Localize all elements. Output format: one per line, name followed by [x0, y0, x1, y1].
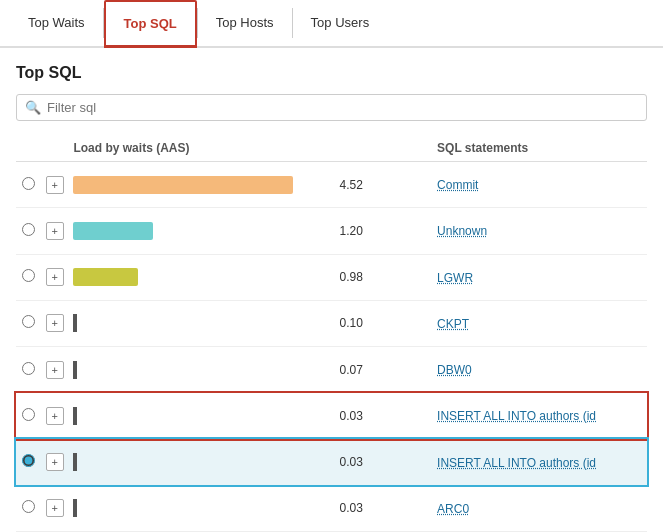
bar-wrapper: 0.98 [73, 268, 429, 286]
bar-value: 0.03 [339, 409, 375, 423]
bar-wrapper: 0.03 [73, 407, 429, 425]
thin-bar [73, 453, 77, 471]
bar-value: 1.20 [339, 224, 375, 238]
bar-fill [73, 268, 138, 286]
expand-button[interactable]: + [46, 222, 64, 240]
tab-bar: Top Waits Top SQL Top Hosts Top Users [0, 0, 663, 48]
sql-statement[interactable]: INSERT ALL INTO authors (id [437, 409, 596, 423]
table-row: +1.20Unknown [16, 208, 647, 254]
row-radio[interactable] [22, 362, 35, 375]
bar-background [73, 222, 333, 240]
bar-fill [73, 176, 293, 194]
table-row: +0.98LGWR [16, 254, 647, 300]
bar-background [73, 499, 333, 517]
table-row: +0.03ARC0 [16, 485, 647, 531]
expand-button[interactable]: + [46, 176, 64, 194]
col-header-radio [16, 135, 42, 162]
expand-button[interactable]: + [46, 453, 64, 471]
sql-statement[interactable]: Commit [437, 178, 478, 192]
bar-background [73, 268, 333, 286]
bar-wrapper: 0.10 [73, 314, 429, 332]
sql-table: Load by waits (AAS) SQL statements +4.52… [16, 135, 647, 532]
search-bar: 🔍 [16, 94, 647, 121]
table-row: +0.07DBW0 [16, 347, 647, 393]
bar-value: 0.03 [339, 501, 375, 515]
col-header-bar: Load by waits (AAS) [69, 135, 433, 162]
expand-button[interactable]: + [46, 407, 64, 425]
bar-wrapper: 4.52 [73, 176, 429, 194]
row-radio[interactable] [22, 223, 35, 236]
bar-value: 0.07 [339, 363, 375, 377]
thin-bar [73, 314, 77, 332]
expand-button[interactable]: + [46, 268, 64, 286]
main-content: Top SQL 🔍 Load by waits (AAS) SQL statem… [0, 48, 663, 532]
row-radio[interactable] [22, 408, 35, 421]
bar-background [73, 361, 333, 379]
search-icon: 🔍 [25, 100, 41, 115]
table-row: +0.03INSERT ALL INTO authors (id [16, 393, 647, 439]
thin-bar [73, 499, 77, 517]
sql-statement[interactable]: DBW0 [437, 363, 472, 377]
table-row: +4.52Commit [16, 162, 647, 208]
thin-bar [73, 407, 77, 425]
sql-statement[interactable]: Unknown [437, 224, 487, 238]
tab-top-hosts[interactable]: Top Hosts [198, 0, 292, 48]
thin-bar [73, 361, 77, 379]
bar-background [73, 314, 333, 332]
table-row: +0.03INSERT ALL INTO authors (id [16, 439, 647, 485]
bar-background [73, 407, 333, 425]
bar-wrapper: 0.07 [73, 361, 429, 379]
col-header-sql: SQL statements [433, 135, 647, 162]
bar-value: 0.98 [339, 270, 375, 284]
section-title: Top SQL [16, 64, 647, 82]
bar-value: 0.10 [339, 316, 375, 330]
row-radio[interactable] [22, 177, 35, 190]
tab-top-sql[interactable]: Top SQL [104, 0, 197, 48]
expand-button[interactable]: + [46, 361, 64, 379]
sql-statement[interactable]: CKPT [437, 317, 469, 331]
row-radio[interactable] [22, 454, 35, 467]
row-radio[interactable] [22, 269, 35, 282]
row-radio[interactable] [22, 500, 35, 513]
bar-wrapper: 0.03 [73, 453, 429, 471]
tab-top-waits[interactable]: Top Waits [10, 0, 103, 48]
tab-top-users[interactable]: Top Users [293, 0, 388, 48]
bar-wrapper: 1.20 [73, 222, 429, 240]
row-radio[interactable] [22, 315, 35, 328]
sql-statement[interactable]: INSERT ALL INTO authors (id [437, 456, 596, 470]
bar-wrapper: 0.03 [73, 499, 429, 517]
bar-background [73, 176, 333, 194]
expand-button[interactable]: + [46, 314, 64, 332]
sql-statement[interactable]: LGWR [437, 271, 473, 285]
bar-value: 4.52 [339, 178, 375, 192]
table-row: +0.10CKPT [16, 300, 647, 346]
sql-statement[interactable]: ARC0 [437, 502, 469, 516]
expand-button[interactable]: + [46, 499, 64, 517]
bar-background [73, 453, 333, 471]
search-input[interactable] [47, 100, 638, 115]
bar-value: 0.03 [339, 455, 375, 469]
col-header-expand [42, 135, 70, 162]
bar-fill [73, 222, 153, 240]
